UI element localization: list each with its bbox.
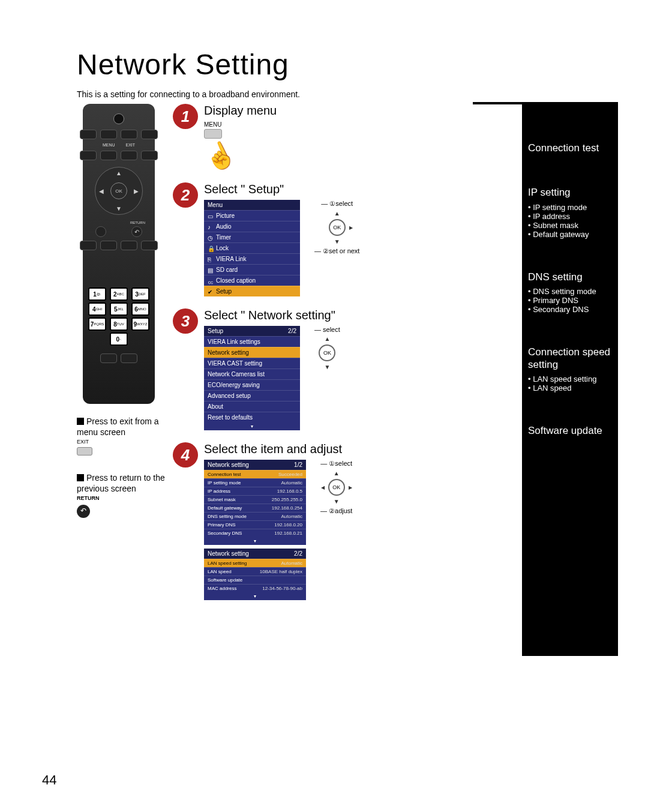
sidebar-h-speed: Connection speed setting: [528, 346, 612, 371]
exit-keylabel: EXIT: [77, 439, 167, 446]
row-k[interactable]: LAN speed: [208, 569, 232, 574]
left-icon: ◀: [99, 188, 104, 194]
row-k[interactable]: MAC address: [208, 586, 236, 591]
sidebar-item: IP setting mode: [528, 203, 612, 212]
return-button[interactable]: ↶: [131, 226, 142, 237]
exit-label: EXIT: [126, 143, 136, 147]
row-v: Automatic: [281, 561, 302, 566]
menu-button[interactable]: [80, 151, 97, 160]
numkey-5[interactable]: 5JKL: [110, 302, 128, 316]
sd-icon: ▤: [208, 267, 214, 273]
numkey-9[interactable]: 9WXYZ: [131, 317, 149, 331]
exit-button[interactable]: [141, 151, 158, 160]
remote-button[interactable]: [121, 353, 137, 363]
panel-page: 2/2: [288, 328, 296, 334]
sidebar-item: IP address: [528, 212, 612, 221]
ok-button[interactable]: OK: [110, 182, 127, 199]
color-button[interactable]: [141, 241, 158, 250]
hand-icon: ☝: [199, 136, 240, 175]
sidebar-item: LAN speed: [528, 383, 612, 392]
menu-item[interactable]: Network Cameras list: [208, 371, 265, 377]
row-k[interactable]: Default gateway: [208, 505, 242, 511]
row-k[interactable]: IP address: [208, 489, 230, 494]
panel-header: Setup: [208, 328, 223, 334]
color-button[interactable]: [121, 241, 137, 250]
sidebar-item: LAN speed setting: [528, 374, 612, 383]
remote-button[interactable]: [121, 151, 137, 160]
numkey-0[interactable]: 0-.: [110, 332, 128, 346]
numkey-8[interactable]: 8TUV: [110, 317, 128, 331]
network-panel-2: Network setting2/2 LAN speed settingAuto…: [204, 549, 306, 600]
menu-key[interactable]: [204, 129, 222, 139]
down-arrow-icon: ▼: [334, 498, 340, 505]
power-button[interactable]: [113, 113, 124, 124]
nav-select: — select: [314, 326, 340, 333]
sidebar: Connection test IP setting IP setting mo…: [522, 104, 618, 656]
menu-item[interactable]: Picture: [216, 212, 235, 219]
color-button[interactable]: [80, 241, 97, 250]
row-k[interactable]: Secondary DNS: [208, 531, 242, 536]
exit-key[interactable]: [77, 447, 92, 456]
menu-item[interactable]: ECO/energy saving: [208, 382, 260, 388]
numkey-2[interactable]: 2ABC: [110, 287, 128, 301]
numkey-3[interactable]: 3DEF: [131, 287, 149, 301]
menu-item[interactable]: Closed caption: [216, 277, 256, 284]
cc-icon: ㏄: [208, 278, 214, 284]
nav-adjust: — ②adjust: [320, 507, 352, 515]
page-number: 44: [42, 772, 56, 788]
step-badge-2: 2: [173, 182, 198, 208]
link-icon: ⎘: [208, 256, 214, 262]
remote-button[interactable]: [141, 130, 158, 139]
step4-title: Select the item and adjust: [204, 442, 406, 456]
row-k[interactable]: LAN speed setting: [208, 561, 247, 566]
remote-button[interactable]: [100, 151, 117, 160]
menu-item[interactable]: Timer: [216, 234, 231, 241]
remote-button[interactable]: [121, 130, 137, 139]
numkey-1[interactable]: 1@.: [88, 287, 106, 301]
page-dots: ▾: [204, 592, 306, 600]
setup-panel: Setup2/2 VIERA Link settings Network set…: [204, 326, 300, 430]
menu-item[interactable]: VIERA Link: [216, 256, 247, 262]
sidebar-h-ip: IP setting: [528, 187, 612, 199]
menu-item[interactable]: SD card: [216, 266, 238, 273]
panel-page: 2/2: [294, 550, 302, 557]
menu-item[interactable]: VIERA CAST setting: [208, 360, 262, 367]
menu-item[interactable]: Advanced setup: [208, 392, 251, 399]
menu-item-selected[interactable]: Setup: [216, 288, 232, 295]
row-v: Succeeded: [278, 472, 302, 477]
timer-icon: ◷: [208, 235, 214, 241]
menu-panel: Menu ▭Picture ♪Audio ◷Timer 🔒Lock ⎘VIERA…: [204, 200, 300, 296]
return-icon[interactable]: ↶: [77, 505, 90, 518]
numkey-6[interactable]: 6MNO: [131, 302, 149, 316]
ok-ring[interactable]: OK◀▶: [328, 479, 345, 496]
menu-item[interactable]: About: [208, 403, 223, 410]
ok-ring[interactable]: OK: [319, 344, 335, 361]
ok-ring[interactable]: OK▶: [329, 219, 346, 236]
color-button[interactable]: [100, 241, 117, 250]
return-keylabel: RETURN: [77, 495, 167, 502]
remote-button[interactable]: [100, 130, 117, 139]
sidebar-item: Subnet mask: [528, 221, 612, 230]
remote-button[interactable]: [100, 353, 117, 363]
numkey-7[interactable]: 7PQRS: [88, 317, 106, 331]
row-k[interactable]: Primary DNS: [208, 522, 236, 528]
row-k[interactable]: Connection test: [208, 472, 241, 477]
menu-item[interactable]: Lock: [216, 245, 229, 251]
row-k[interactable]: IP setting mode: [208, 480, 241, 486]
menu-item[interactable]: Audio: [216, 223, 232, 230]
row-k[interactable]: Software update: [208, 577, 242, 583]
sidebar-h-software: Software update: [528, 425, 612, 437]
bullet-icon: [77, 474, 84, 481]
audio-icon: ♪: [208, 224, 214, 230]
menu-item-selected[interactable]: Network setting: [208, 349, 249, 356]
row-k[interactable]: Subnet mask: [208, 497, 236, 502]
step2-title: Select " Setup": [204, 182, 406, 196]
row-k[interactable]: DNS setting mode: [208, 514, 247, 519]
dpad[interactable]: ▲ ▼ ◀ ▶ OK: [95, 167, 143, 215]
row-v: 192.168.0.20: [274, 522, 302, 528]
remote-button[interactable]: [80, 130, 97, 139]
menu-item[interactable]: Reset to defaults: [208, 414, 253, 421]
numkey-4[interactable]: 4GHI: [88, 302, 106, 316]
menu-item[interactable]: VIERA Link settings: [208, 338, 260, 345]
remote-button[interactable]: [95, 226, 106, 237]
